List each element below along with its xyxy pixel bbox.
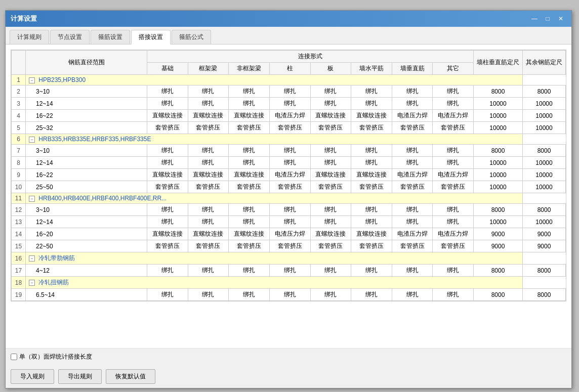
cell-frame[interactable]: 绑扎 <box>188 265 229 277</box>
cell-wall-col-size[interactable]: 10000 <box>474 181 523 193</box>
cell-col[interactable]: 绑扎 <box>269 98 310 110</box>
cell-wall-col-size[interactable]: 8000 <box>474 265 523 277</box>
cell-nonframe[interactable]: 绑扎 <box>229 85 270 98</box>
cell-other-size[interactable]: 10000 <box>523 157 566 169</box>
cell-slab[interactable]: 套管挤压 <box>310 122 351 134</box>
cell-frame[interactable]: 绑扎 <box>188 157 229 169</box>
table-row[interactable]: 8 12~14 绑扎 绑扎 绑扎 绑扎 绑扎 绑扎 绑扎 绑扎 10000 10… <box>12 157 566 169</box>
cell-col[interactable]: 电渣压力焊 <box>269 228 310 240</box>
cell-slab[interactable]: 绑扎 <box>310 289 351 301</box>
cell-slab[interactable]: 直螺纹连接 <box>310 110 351 122</box>
cell-slab[interactable]: 绑扎 <box>310 157 351 169</box>
cell-wall-hz[interactable]: 直螺纹连接 <box>351 110 392 122</box>
table-row[interactable]: 12 3~10 绑扎 绑扎 绑扎 绑扎 绑扎 绑扎 绑扎 绑扎 8000 800… <box>12 204 566 216</box>
cell-col[interactable]: 绑扎 <box>269 157 310 169</box>
cell-base[interactable]: 绑扎 <box>147 145 188 157</box>
collapse-btn[interactable]: － <box>29 196 35 202</box>
cell-frame[interactable]: 套管挤压 <box>188 181 229 193</box>
cell-base[interactable]: 直螺纹连接 <box>147 228 188 240</box>
cell-wall-hz[interactable]: 绑扎 <box>351 98 392 110</box>
import-rules-button[interactable]: 导入规则 <box>11 369 54 384</box>
cell-wall-hz[interactable]: 套管挤压 <box>351 240 392 252</box>
cell-wall-hz[interactable]: 绑扎 <box>351 204 392 216</box>
cell-base[interactable]: 绑扎 <box>147 265 188 277</box>
cell-slab[interactable]: 绑扎 <box>310 204 351 216</box>
table-row[interactable]: 3 12~14 绑扎 绑扎 绑扎 绑扎 绑扎 绑扎 绑扎 绑扎 10000 10… <box>12 98 566 110</box>
cell-wall-vt[interactable]: 绑扎 <box>392 216 433 228</box>
cell-col[interactable]: 电渣压力焊 <box>269 110 310 122</box>
tab-stirrup-formula[interactable]: 箍筋公式 <box>172 30 211 44</box>
table-row[interactable]: 2 3~10 绑扎 绑扎 绑扎 绑扎 绑扎 绑扎 绑扎 绑扎 8000 8000 <box>12 85 566 98</box>
cell-wall-vt[interactable]: 绑扎 <box>392 157 433 169</box>
cell-wall-hz[interactable]: 绑扎 <box>351 216 392 228</box>
cell-slab[interactable]: 绑扎 <box>310 98 351 110</box>
cell-frame[interactable]: 直螺纹连接 <box>188 169 229 181</box>
cell-wall-col-size[interactable]: 8000 <box>474 289 523 301</box>
cell-slab[interactable]: 套管挤压 <box>310 181 351 193</box>
cell-base[interactable]: 套管挤压 <box>147 181 188 193</box>
cell-frame[interactable]: 绑扎 <box>188 98 229 110</box>
cell-col[interactable]: 套管挤压 <box>269 122 310 134</box>
cell-wall-vt[interactable]: 套管挤压 <box>392 181 433 193</box>
cell-other[interactable]: 绑扎 <box>433 289 474 301</box>
collapse-btn[interactable]: － <box>29 255 35 262</box>
cell-base[interactable]: 绑扎 <box>147 216 188 228</box>
weld-checkbox-label[interactable]: 单（双）面焊统计搭接长度 <box>11 353 92 361</box>
cell-nonframe[interactable]: 套管挤压 <box>229 181 270 193</box>
minimize-button[interactable]: — <box>529 14 540 24</box>
collapse-btn[interactable]: － <box>29 137 35 143</box>
cell-wall-hz[interactable]: 绑扎 <box>351 145 392 157</box>
cell-slab[interactable]: 直螺纹连接 <box>310 228 351 240</box>
cell-col[interactable]: 电渣压力焊 <box>269 169 310 181</box>
cell-base[interactable]: 绑扎 <box>147 157 188 169</box>
cell-wall-col-size[interactable]: 10000 <box>474 157 523 169</box>
cell-other-size[interactable]: 8000 <box>523 265 566 277</box>
cell-wall-col-size[interactable]: 10000 <box>474 216 523 228</box>
cell-wall-vt[interactable]: 电渣压力焊 <box>392 110 433 122</box>
close-button[interactable]: ✕ <box>555 14 566 24</box>
cell-wall-vt[interactable]: 绑扎 <box>392 85 433 98</box>
cell-frame[interactable]: 绑扎 <box>188 216 229 228</box>
cell-wall-col-size[interactable]: 8000 <box>474 204 523 216</box>
table-row[interactable]: 10 25~50 套管挤压 套管挤压 套管挤压 套管挤压 套管挤压 套管挤压 套… <box>12 181 566 193</box>
cell-nonframe[interactable]: 绑扎 <box>229 157 270 169</box>
cell-wall-col-size[interactable]: 10000 <box>474 98 523 110</box>
tab-splice-settings[interactable]: 搭接设置 <box>131 30 171 45</box>
cell-nonframe[interactable]: 套管挤压 <box>229 122 270 134</box>
cell-other[interactable]: 绑扎 <box>433 204 474 216</box>
cell-frame[interactable]: 绑扎 <box>188 289 229 301</box>
table-row[interactable]: 9 16~22 直螺纹连接 直螺纹连接 直螺纹连接 电渣压力焊 直螺纹连接 直螺… <box>12 169 566 181</box>
cell-slab[interactable]: 绑扎 <box>310 216 351 228</box>
cell-other[interactable]: 绑扎 <box>433 145 474 157</box>
cell-other[interactable]: 绑扎 <box>433 265 474 277</box>
cell-other-size[interactable]: 8000 <box>523 85 566 98</box>
cell-slab[interactable]: 套管挤压 <box>310 240 351 252</box>
cell-slab[interactable]: 绑扎 <box>310 145 351 157</box>
cell-wall-col-size[interactable]: 8000 <box>474 85 523 98</box>
table-row[interactable]: 15 22~50 套管挤压 套管挤压 套管挤压 套管挤压 套管挤压 套管挤压 套… <box>12 240 566 252</box>
cell-wall-hz[interactable]: 直螺纹连接 <box>351 228 392 240</box>
cell-frame[interactable]: 套管挤压 <box>188 240 229 252</box>
cell-other-size[interactable]: 10000 <box>523 122 566 134</box>
cell-frame[interactable]: 绑扎 <box>188 85 229 98</box>
cell-other-size[interactable]: 10000 <box>523 169 566 181</box>
cell-wall-hz[interactable]: 绑扎 <box>351 265 392 277</box>
table-row[interactable]: 14 16~20 直螺纹连接 直螺纹连接 直螺纹连接 电渣压力焊 直螺纹连接 直… <box>12 228 566 240</box>
cell-nonframe[interactable]: 绑扎 <box>229 289 270 301</box>
cell-wall-hz[interactable]: 直螺纹连接 <box>351 169 392 181</box>
export-rules-button[interactable]: 导出规则 <box>58 369 102 384</box>
cell-other[interactable]: 电渣压力焊 <box>433 228 474 240</box>
cell-other-size[interactable]: 10000 <box>523 216 566 228</box>
cell-wall-hz[interactable]: 绑扎 <box>351 85 392 98</box>
cell-base[interactable]: 直螺纹连接 <box>147 110 188 122</box>
cell-other[interactable]: 绑扎 <box>433 216 474 228</box>
cell-other-size[interactable]: 9000 <box>523 240 566 252</box>
tab-calc-rules[interactable]: 计算规则 <box>10 30 49 44</box>
cell-nonframe[interactable]: 套管挤压 <box>229 240 270 252</box>
tab-node-settings[interactable]: 节点设置 <box>50 30 90 44</box>
cell-nonframe[interactable]: 绑扎 <box>229 145 270 157</box>
cell-wall-hz[interactable]: 套管挤压 <box>351 181 392 193</box>
cell-wall-vt[interactable]: 绑扎 <box>392 145 433 157</box>
cell-other[interactable]: 绑扎 <box>433 85 474 98</box>
cell-other-size[interactable]: 10000 <box>523 110 566 122</box>
